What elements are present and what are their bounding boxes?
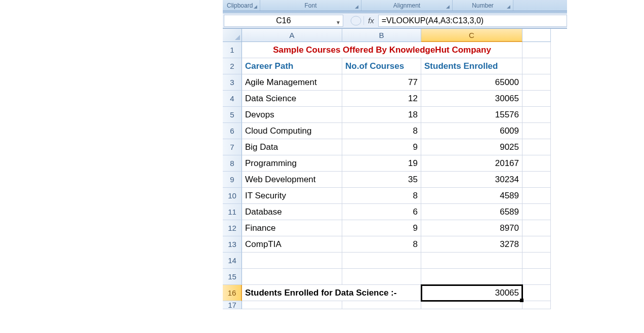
cell[interactable]: 65000	[421, 74, 522, 91]
cell[interactable]: 8	[342, 123, 421, 139]
row-header[interactable]: 13	[223, 236, 242, 253]
cell[interactable]: Database	[242, 204, 342, 220]
cell[interactable]	[522, 253, 551, 269]
cell[interactable]	[522, 301, 551, 309]
row-header[interactable]: 7	[223, 139, 242, 155]
row-header[interactable]: 16	[223, 285, 242, 301]
dialog-launcher-icon[interactable]: ◢	[445, 4, 451, 10]
dialog-launcher-icon[interactable]: ◢	[505, 4, 511, 10]
ribbon-group-clipboard[interactable]: Clipboard ◢	[223, 0, 260, 11]
row-header[interactable]: 1	[223, 42, 242, 58]
cell[interactable]	[522, 155, 551, 172]
cell[interactable]	[421, 269, 522, 285]
row-header[interactable]: 3	[223, 74, 242, 91]
cell[interactable]	[522, 172, 551, 188]
row-header[interactable]: 6	[223, 123, 242, 139]
cell[interactable]	[522, 188, 551, 204]
spreadsheet-grid[interactable]: A B C 1 Sample Courses Offered By Knowle…	[223, 28, 567, 309]
row-header[interactable]: 15	[223, 269, 242, 285]
cell[interactable]: Data Science	[242, 91, 342, 107]
cell[interactable]	[342, 301, 421, 309]
header-no-courses[interactable]: No.of Courses	[342, 58, 421, 74]
row-header[interactable]: 8	[223, 155, 242, 172]
cell[interactable]	[421, 253, 522, 269]
cell[interactable]: Devops	[242, 107, 342, 123]
cell[interactable]: 9	[342, 139, 421, 155]
cell[interactable]: IT Security	[242, 188, 342, 204]
cell[interactable]: CompTIA	[242, 236, 342, 253]
chevron-down-icon[interactable]: ▼	[336, 17, 341, 28]
cell[interactable]	[242, 253, 342, 269]
cell[interactable]: 77	[342, 74, 421, 91]
formula-input[interactable]	[378, 15, 567, 27]
cell[interactable]	[242, 301, 342, 309]
column-header-a[interactable]: A	[242, 29, 342, 42]
cell[interactable]	[522, 91, 551, 107]
name-box[interactable]: C16 ▼	[224, 15, 343, 27]
cell[interactable]: 6	[342, 204, 421, 220]
cell[interactable]: 6009	[421, 123, 522, 139]
cell[interactable]: 8	[342, 188, 421, 204]
cell[interactable]: Programming	[242, 155, 342, 172]
cell[interactable]	[522, 58, 551, 74]
header-career-path[interactable]: Career Path	[242, 58, 342, 74]
cell[interactable]: Agile Management	[242, 74, 342, 91]
column-header-b[interactable]: B	[342, 29, 421, 42]
active-cell[interactable]: 30065	[421, 285, 522, 301]
cell[interactable]: 8970	[421, 220, 522, 236]
cell[interactable]	[522, 139, 551, 155]
header-students[interactable]: Students Enrolled	[421, 58, 522, 74]
cell[interactable]	[342, 253, 421, 269]
cell[interactable]	[342, 269, 421, 285]
column-header-c[interactable]: C	[421, 29, 522, 42]
cell[interactable]: 18	[342, 107, 421, 123]
row-header[interactable]: 14	[223, 253, 242, 269]
cell[interactable]	[421, 301, 522, 309]
cell[interactable]: 20167	[421, 155, 522, 172]
cell[interactable]	[522, 220, 551, 236]
cell[interactable]: 6589	[421, 204, 522, 220]
row-header[interactable]: 4	[223, 91, 242, 107]
cell[interactable]: 4589	[421, 188, 522, 204]
cell[interactable]	[522, 285, 551, 301]
ribbon-group-font[interactable]: Font ◢	[260, 0, 361, 11]
fx-icon[interactable]: fx	[364, 16, 378, 25]
cell[interactable]: 9	[342, 220, 421, 236]
cell[interactable]	[522, 107, 551, 123]
row-header[interactable]: 11	[223, 204, 242, 220]
cell[interactable]	[242, 269, 342, 285]
title-cell[interactable]: Sample Courses Offered By KnowledgeHut C…	[242, 42, 522, 58]
dialog-launcher-icon[interactable]: ◢	[353, 4, 359, 10]
result-label-cell[interactable]: Students Enrolled for Data Science :-	[242, 285, 421, 301]
row-header[interactable]: 2	[223, 58, 242, 74]
row-header[interactable]: 9	[223, 172, 242, 188]
ribbon-group-alignment[interactable]: Alignment ◢	[361, 0, 453, 11]
cell[interactable]: 12	[342, 91, 421, 107]
cell[interactable]: Finance	[242, 220, 342, 236]
dialog-launcher-icon[interactable]: ◢	[252, 4, 258, 10]
cell[interactable]: 35	[342, 172, 421, 188]
row-header[interactable]: 12	[223, 220, 242, 236]
cell[interactable]: 8	[342, 236, 421, 253]
cell[interactable]: 19	[342, 155, 421, 172]
cell[interactable]	[522, 123, 551, 139]
cell[interactable]: 3278	[421, 236, 522, 253]
cell[interactable]: Cloud Computing	[242, 123, 342, 139]
cell[interactable]	[522, 269, 551, 285]
cell[interactable]: 9025	[421, 139, 522, 155]
row-header[interactable]: 17	[223, 301, 242, 309]
row-header[interactable]: 10	[223, 188, 242, 204]
select-all-corner[interactable]	[223, 29, 242, 42]
ribbon-group-number[interactable]: Number ◢	[453, 0, 513, 11]
cell[interactable]: 15576	[421, 107, 522, 123]
cell[interactable]	[522, 236, 551, 253]
cell[interactable]	[522, 204, 551, 220]
cell[interactable]: 30234	[421, 172, 522, 188]
cell[interactable]: Big Data	[242, 139, 342, 155]
row-header[interactable]: 5	[223, 107, 242, 123]
cell[interactable]: Web Development	[242, 172, 342, 188]
column-header-extra[interactable]	[522, 29, 551, 42]
cell[interactable]	[522, 74, 551, 91]
cell[interactable]	[522, 42, 551, 58]
cell[interactable]: 30065	[421, 91, 522, 107]
